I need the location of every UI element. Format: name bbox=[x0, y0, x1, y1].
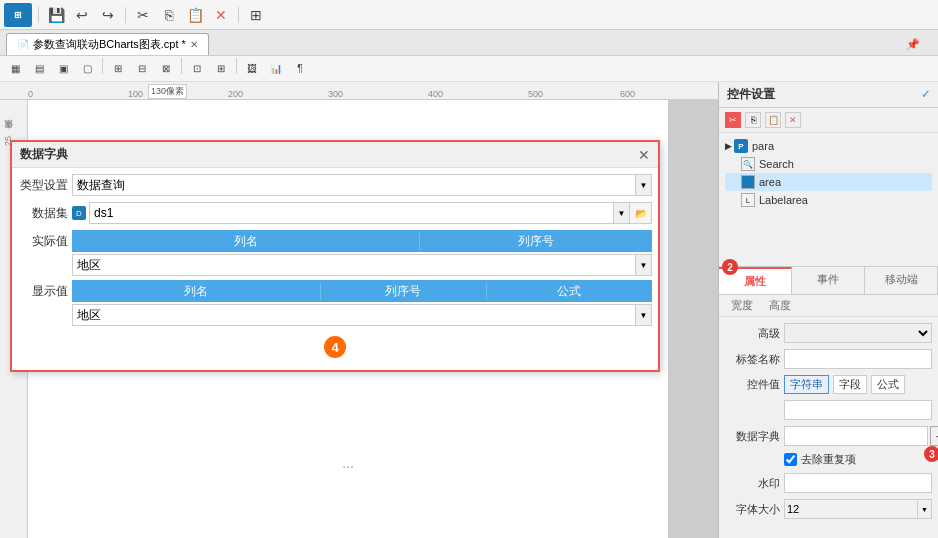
dialog-close-btn[interactable]: ✕ bbox=[638, 147, 650, 163]
cut-icon[interactable]: ✂ bbox=[132, 4, 154, 26]
tree-item-labelarea[interactable]: L Labelarea bbox=[725, 191, 932, 209]
redo-icon[interactable]: ↪ bbox=[97, 4, 119, 26]
tb-merge[interactable]: ⊡ bbox=[186, 58, 208, 80]
tb-grid4[interactable]: ▢ bbox=[76, 58, 98, 80]
tree-label-para: para bbox=[752, 140, 774, 152]
circle-4-area: 4 bbox=[18, 330, 652, 364]
type-select[interactable]: 数据查询 bbox=[72, 174, 636, 196]
actual-value-section: 实际值 列名 列序号 bbox=[18, 230, 652, 276]
ruler-mark-200: 200 bbox=[228, 89, 243, 99]
tree-copy-icon[interactable]: ⎘ bbox=[745, 112, 761, 128]
tb-col[interactable]: ⊟ bbox=[131, 58, 153, 80]
dialog-label-actual: 实际值 bbox=[18, 233, 68, 250]
delete-icon[interactable]: ✕ bbox=[210, 4, 232, 26]
prop-ziti-row: 12 ▼ bbox=[784, 499, 932, 519]
prop-label-quchong: 去除重复项 bbox=[801, 452, 856, 467]
control-tree-panel: 控件设置 ✓ ✂ ⎘ 📋 ✕ ▶ P para bbox=[719, 82, 938, 267]
tree-area: ▶ P para 🔍 Search area bbox=[719, 133, 938, 266]
circle-3: 3 bbox=[924, 446, 938, 462]
dataset-browse-icon[interactable]: 📂 bbox=[630, 202, 652, 224]
prop-label-shuiyin: 水印 bbox=[725, 476, 780, 491]
display-col-seq: 列序号 bbox=[321, 283, 487, 300]
tree-item-area[interactable]: area bbox=[725, 173, 932, 191]
props-panel: 属性 事件 移动端 2 宽度 高度 高级 bbox=[719, 267, 938, 538]
ruler-mark-100: 100 bbox=[128, 89, 143, 99]
prop-label-gaoji: 高级 bbox=[725, 326, 780, 341]
paste-icon[interactable]: 📋 bbox=[184, 4, 206, 26]
display-col-name: 列名 bbox=[72, 283, 321, 300]
prop-sjzd-row: ··· bbox=[784, 426, 938, 446]
tb-chart[interactable]: 📊 bbox=[265, 58, 287, 80]
dataset-dropdown-arrow[interactable]: ▼ bbox=[614, 202, 630, 224]
prop-label-sjzd: 数据字典 bbox=[725, 429, 780, 444]
tree-item-para[interactable]: ▶ P para bbox=[725, 137, 932, 155]
prop-input-biaoqian[interactable] bbox=[784, 349, 932, 369]
prop-select-gaoji[interactable] bbox=[784, 323, 932, 343]
prop-input-shuiyin[interactable] bbox=[784, 473, 932, 493]
prop-label-zitidaxiao: 字体大小 bbox=[725, 502, 780, 517]
copy-icon[interactable]: ⎘ bbox=[158, 4, 180, 26]
actual-data-cell[interactable]: 地区 bbox=[72, 254, 636, 276]
control-tree-title: 控件设置 ✓ bbox=[719, 82, 938, 108]
save-icon[interactable]: 💾 bbox=[45, 4, 67, 26]
tree-paste-icon[interactable]: 📋 bbox=[765, 112, 781, 128]
format-icon[interactable]: ⊞ bbox=[245, 4, 267, 26]
ruler-mark-400: 400 bbox=[428, 89, 443, 99]
tb-img[interactable]: 🖼 bbox=[241, 58, 263, 80]
tab-main[interactable]: 📄 参数查询联动BCharts图表.cpt * ✕ bbox=[6, 33, 209, 55]
tb-para[interactable]: ¶ bbox=[289, 58, 311, 80]
prop-row-biaoqian: 标签名称 bbox=[725, 349, 932, 369]
display-dropdown-arrow[interactable]: ▼ bbox=[636, 304, 652, 326]
tab-close[interactable]: ✕ bbox=[190, 39, 198, 50]
prop-checkbox-quchong[interactable] bbox=[784, 453, 797, 466]
prop-row-shuiyin: 水印 bbox=[725, 473, 932, 493]
ruler-horizontal: 0 100 200 300 400 500 600 130像素 bbox=[0, 82, 718, 100]
dataset-select[interactable]: ds1 bbox=[89, 202, 614, 224]
tb-grid3[interactable]: ▣ bbox=[52, 58, 74, 80]
secondary-toolbar: ▦ ▤ ▣ ▢ ⊞ ⊟ ⊠ ⊡ ⊞ 🖼 📊 ¶ bbox=[0, 56, 938, 82]
display-data-row: 地区 ▼ bbox=[18, 304, 652, 326]
actual-dropdown-arrow[interactable]: ▼ bbox=[636, 254, 652, 276]
display-data-cell[interactable]: 地区 bbox=[72, 304, 636, 326]
tab-mobile[interactable]: 移动端 bbox=[865, 267, 938, 294]
prop-row-zitidaxiao: 字体大小 12 ▼ bbox=[725, 499, 932, 519]
pin-icon[interactable]: 📌 bbox=[902, 33, 924, 55]
tb-grid2[interactable]: ▤ bbox=[28, 58, 50, 80]
prop-btn-formula[interactable]: 公式 bbox=[871, 375, 905, 394]
prop-row-value-input bbox=[725, 400, 932, 420]
tree-cut-icon[interactable]: ✂ bbox=[725, 112, 741, 128]
sub-tab-width[interactable]: 宽度 bbox=[723, 295, 761, 316]
actual-table-header: 列名 列序号 bbox=[72, 230, 652, 252]
tree-label-search: Search bbox=[759, 158, 794, 170]
undo-icon[interactable]: ↩ bbox=[71, 4, 93, 26]
prop-sjzd-dots-btn[interactable]: ··· bbox=[930, 426, 938, 446]
prop-btn-field[interactable]: 字段 bbox=[833, 375, 867, 394]
tab-bar: 📄 参数查询联动BCharts图表.cpt * ✕ 📌 bbox=[0, 30, 938, 56]
tree-delete-icon[interactable]: ✕ bbox=[785, 112, 801, 128]
prop-input-sjzd[interactable] bbox=[784, 426, 928, 446]
panel-title-text: 控件设置 bbox=[727, 86, 775, 103]
area-widget-icon bbox=[741, 175, 755, 189]
dialog-body: 类型设置 数据查询 ▼ 数据集 D bbox=[12, 168, 658, 370]
actual-col-name: 列名 bbox=[72, 233, 420, 250]
tb-grid1[interactable]: ▦ bbox=[4, 58, 26, 80]
prop-row-sjzd: 数据字典 ··· bbox=[725, 426, 932, 446]
circle-2: 2 bbox=[722, 259, 738, 275]
ds-icon: D bbox=[72, 206, 86, 220]
prop-btn-string[interactable]: 字符串 bbox=[784, 375, 829, 394]
prop-value-input[interactable] bbox=[784, 400, 932, 420]
tb-split[interactable]: ⊞ bbox=[210, 58, 232, 80]
prop-ziti-value[interactable]: 12 bbox=[784, 499, 918, 519]
panel-check-icon[interactable]: ✓ bbox=[921, 88, 930, 101]
tree-item-search[interactable]: 🔍 Search bbox=[725, 155, 932, 173]
tb-row[interactable]: ⊠ bbox=[155, 58, 177, 80]
props-tabs: 属性 事件 移动端 bbox=[719, 267, 938, 295]
tab-events[interactable]: 事件 bbox=[792, 267, 865, 294]
type-dropdown-arrow[interactable]: ▼ bbox=[636, 174, 652, 196]
dialog-title: 数据字典 bbox=[20, 146, 68, 163]
sub-tab-height[interactable]: 高度 bbox=[761, 295, 799, 316]
tb-table[interactable]: ⊞ bbox=[107, 58, 129, 80]
prop-ziti-arrow[interactable]: ▼ bbox=[918, 499, 932, 519]
display-value-section: 显示值 列名 列序号 公式 bbox=[18, 280, 652, 326]
ruler-mark-500: 500 bbox=[528, 89, 543, 99]
